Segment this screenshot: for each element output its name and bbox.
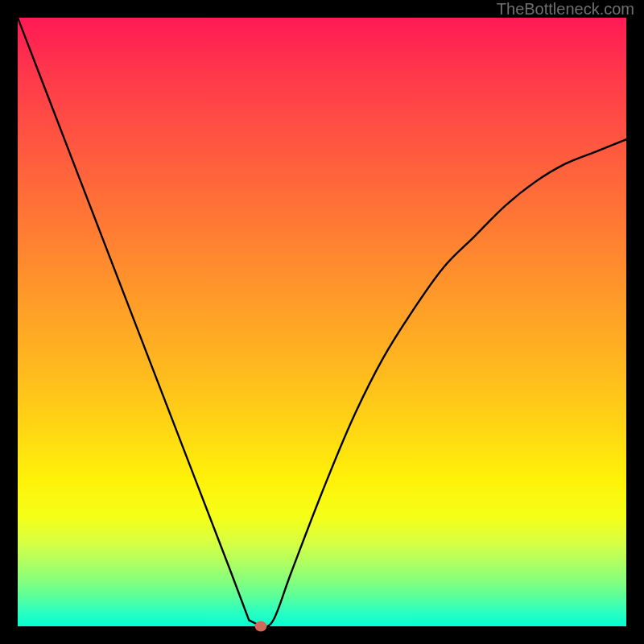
watermark-text: TheBottleneck.com — [497, 0, 634, 19]
chart-frame: TheBottleneck.com — [0, 0, 644, 644]
chart-plot-area — [18, 18, 626, 626]
optimum-marker — [255, 621, 267, 632]
